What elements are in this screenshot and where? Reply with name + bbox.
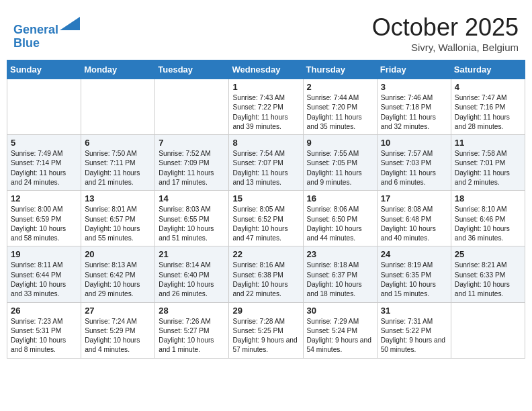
calendar-cell: 10Sunrise: 7:57 AM Sunset: 7:03 PM Dayli… [377, 135, 451, 191]
day-number: 17 [381, 193, 447, 203]
calendar-cell: 1Sunrise: 7:43 AM Sunset: 7:22 PM Daylig… [229, 79, 303, 135]
cell-info: Sunrise: 7:44 AM Sunset: 7:20 PM Dayligh… [307, 93, 373, 132]
cell-info: Sunrise: 8:11 AM Sunset: 6:44 PM Dayligh… [11, 261, 77, 299]
cell-info: Sunrise: 7:47 AM Sunset: 7:16 PM Dayligh… [455, 93, 521, 132]
day-number: 31 [381, 306, 447, 316]
calendar-cell: 12Sunrise: 8:00 AM Sunset: 6:59 PM Dayli… [7, 191, 81, 246]
day-number: 15 [232, 193, 299, 203]
calendar-cell: 11Sunrise: 7:58 AM Sunset: 7:01 PM Dayli… [451, 135, 525, 191]
cell-info: Sunrise: 7:49 AM Sunset: 7:14 PM Dayligh… [11, 149, 77, 187]
weekday-header-saturday: Saturday [451, 60, 525, 79]
day-number: 4 [455, 82, 521, 92]
cell-info: Sunrise: 7:54 AM Sunset: 7:07 PM Dayligh… [232, 149, 299, 187]
calendar-cell: 17Sunrise: 8:08 AM Sunset: 6:48 PM Dayli… [377, 191, 451, 246]
calendar-cell: 2Sunrise: 7:44 AM Sunset: 7:20 PM Daylig… [303, 79, 377, 135]
cell-info: Sunrise: 7:58 AM Sunset: 7:01 PM Dayligh… [455, 149, 521, 187]
day-number: 28 [159, 306, 225, 316]
cell-info: Sunrise: 8:03 AM Sunset: 6:55 PM Dayligh… [159, 205, 225, 243]
logo-general: General [13, 23, 58, 36]
cell-info: Sunrise: 8:05 AM Sunset: 6:52 PM Dayligh… [232, 205, 299, 243]
day-number: 9 [307, 138, 373, 148]
day-number: 16 [307, 193, 373, 203]
cell-info: Sunrise: 7:31 AM Sunset: 5:22 PM Dayligh… [381, 317, 447, 355]
cell-info: Sunrise: 7:57 AM Sunset: 7:03 PM Dayligh… [381, 149, 447, 187]
calendar-cell: 15Sunrise: 8:05 AM Sunset: 6:52 PM Dayli… [229, 191, 303, 246]
calendar-header: SundayMondayTuesdayWednesdayThursdayFrid… [7, 60, 525, 79]
calendar-cell: 7Sunrise: 7:52 AM Sunset: 7:09 PM Daylig… [155, 135, 229, 191]
cell-info: Sunrise: 7:43 AM Sunset: 7:22 PM Dayligh… [232, 93, 299, 132]
day-number: 21 [159, 249, 225, 259]
calendar-cell [81, 79, 155, 135]
page-header: General Blue October 2025 Sivry, Walloni… [7, 7, 525, 56]
calendar-cell: 20Sunrise: 8:13 AM Sunset: 6:42 PM Dayli… [81, 246, 155, 302]
day-number: 27 [85, 306, 151, 316]
calendar-week-4: 19Sunrise: 8:11 AM Sunset: 6:44 PM Dayli… [7, 246, 525, 302]
calendar-cell: 29Sunrise: 7:28 AM Sunset: 5:25 PM Dayli… [229, 302, 303, 358]
month-title: October 2025 [372, 13, 519, 42]
day-number: 14 [159, 193, 225, 203]
weekday-header-row: SundayMondayTuesdayWednesdayThursdayFrid… [7, 60, 525, 79]
day-number: 18 [455, 193, 521, 203]
day-number: 24 [381, 249, 447, 259]
cell-info: Sunrise: 8:08 AM Sunset: 6:48 PM Dayligh… [381, 205, 447, 243]
calendar-cell: 19Sunrise: 8:11 AM Sunset: 6:44 PM Dayli… [7, 246, 81, 302]
calendar-week-2: 5Sunrise: 7:49 AM Sunset: 7:14 PM Daylig… [7, 135, 525, 191]
calendar-cell: 22Sunrise: 8:16 AM Sunset: 6:38 PM Dayli… [229, 246, 303, 302]
calendar-cell [451, 302, 525, 358]
calendar-cell: 8Sunrise: 7:54 AM Sunset: 7:07 PM Daylig… [229, 135, 303, 191]
cell-info: Sunrise: 7:55 AM Sunset: 7:05 PM Dayligh… [307, 149, 373, 187]
logo-blue: Blue [13, 36, 40, 50]
calendar-body: 1Sunrise: 7:43 AM Sunset: 7:22 PM Daylig… [7, 79, 525, 359]
calendar-cell: 26Sunrise: 7:23 AM Sunset: 5:31 PM Dayli… [7, 302, 81, 358]
location: Sivry, Wallonia, Belgium [372, 42, 519, 53]
weekday-header-monday: Monday [81, 60, 155, 79]
day-number: 8 [232, 138, 299, 148]
logo: General Blue [13, 13, 80, 50]
day-number: 3 [381, 82, 447, 92]
calendar-cell [7, 79, 81, 135]
cell-info: Sunrise: 7:46 AM Sunset: 7:18 PM Dayligh… [381, 93, 447, 132]
day-number: 6 [85, 138, 151, 148]
calendar-cell: 21Sunrise: 8:14 AM Sunset: 6:40 PM Dayli… [155, 246, 229, 302]
cell-info: Sunrise: 7:50 AM Sunset: 7:11 PM Dayligh… [85, 149, 151, 187]
cell-info: Sunrise: 8:19 AM Sunset: 6:35 PM Dayligh… [381, 261, 447, 299]
day-number: 13 [85, 193, 151, 203]
logo-icon [60, 13, 80, 34]
calendar-cell: 28Sunrise: 7:26 AM Sunset: 5:27 PM Dayli… [155, 302, 229, 358]
calendar-cell: 9Sunrise: 7:55 AM Sunset: 7:05 PM Daylig… [303, 135, 377, 191]
svg-marker-0 [60, 17, 80, 30]
cell-info: Sunrise: 8:00 AM Sunset: 6:59 PM Dayligh… [11, 205, 77, 243]
day-number: 11 [455, 138, 521, 148]
calendar-cell: 31Sunrise: 7:31 AM Sunset: 5:22 PM Dayli… [377, 302, 451, 358]
calendar-cell: 13Sunrise: 8:01 AM Sunset: 6:57 PM Dayli… [81, 191, 155, 246]
calendar-cell: 4Sunrise: 7:47 AM Sunset: 7:16 PM Daylig… [451, 79, 525, 135]
calendar-cell: 5Sunrise: 7:49 AM Sunset: 7:14 PM Daylig… [7, 135, 81, 191]
day-number: 29 [232, 306, 299, 316]
cell-info: Sunrise: 8:21 AM Sunset: 6:33 PM Dayligh… [455, 261, 521, 299]
cell-info: Sunrise: 8:13 AM Sunset: 6:42 PM Dayligh… [85, 261, 151, 299]
cell-info: Sunrise: 8:01 AM Sunset: 6:57 PM Dayligh… [85, 205, 151, 243]
day-number: 26 [11, 306, 77, 316]
cell-info: Sunrise: 7:26 AM Sunset: 5:27 PM Dayligh… [159, 317, 225, 355]
calendar-cell: 16Sunrise: 8:06 AM Sunset: 6:50 PM Dayli… [303, 191, 377, 246]
cell-info: Sunrise: 8:16 AM Sunset: 6:38 PM Dayligh… [232, 261, 299, 299]
calendar-cell: 23Sunrise: 8:18 AM Sunset: 6:37 PM Dayli… [303, 246, 377, 302]
day-number: 23 [307, 249, 373, 259]
calendar-week-1: 1Sunrise: 7:43 AM Sunset: 7:22 PM Daylig… [7, 79, 525, 135]
day-number: 25 [455, 249, 521, 259]
cell-info: Sunrise: 7:52 AM Sunset: 7:09 PM Dayligh… [159, 149, 225, 187]
day-number: 7 [159, 138, 225, 148]
calendar-cell: 6Sunrise: 7:50 AM Sunset: 7:11 PM Daylig… [81, 135, 155, 191]
weekday-header-wednesday: Wednesday [229, 60, 303, 79]
calendar-week-5: 26Sunrise: 7:23 AM Sunset: 5:31 PM Dayli… [7, 302, 525, 358]
day-number: 5 [11, 138, 77, 148]
cell-info: Sunrise: 8:18 AM Sunset: 6:37 PM Dayligh… [307, 261, 373, 299]
weekday-header-sunday: Sunday [7, 60, 81, 79]
weekday-header-tuesday: Tuesday [155, 60, 229, 79]
day-number: 12 [11, 193, 77, 203]
calendar-cell [155, 79, 229, 135]
day-number: 30 [307, 306, 373, 316]
calendar-cell: 14Sunrise: 8:03 AM Sunset: 6:55 PM Dayli… [155, 191, 229, 246]
day-number: 10 [381, 138, 447, 148]
cell-info: Sunrise: 7:23 AM Sunset: 5:31 PM Dayligh… [11, 317, 77, 355]
